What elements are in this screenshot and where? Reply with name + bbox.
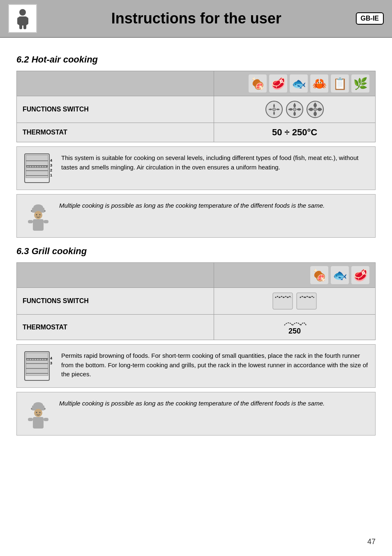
grill-functions-icons-cell — [214, 288, 376, 315]
header-logo — [8, 4, 37, 33]
food-icon-3: 🐟 — [290, 74, 308, 93]
svg-rect-67 — [28, 418, 33, 421]
page-header: Instructions for the user GB-IE — [0, 0, 392, 38]
svg-point-65 — [34, 409, 42, 417]
svg-point-64 — [33, 402, 43, 409]
hot-air-info-text: This system is suitable for cooking on s… — [61, 152, 369, 172]
food-icon-4: 🦀 — [310, 74, 328, 93]
svg-point-8 — [273, 108, 275, 111]
page-title: Instructions for the user — [37, 10, 356, 27]
food-icon-2: 🥩 — [269, 74, 287, 93]
chef-illustration-2 — [23, 397, 53, 430]
oven-illustration-2: 4 3 — [23, 350, 55, 382]
svg-rect-5 — [23, 24, 26, 29]
svg-text:4: 4 — [50, 158, 52, 162]
food-icon-1: 🍖 — [249, 74, 267, 93]
grill-note-box: Multiple cooking is possible as long as … — [16, 392, 376, 436]
main-content: 6.2 Hot-air cooking 🍖 🥩 🐟 🦀 📋 🌿 FUNCTION… — [0, 38, 392, 448]
functions-switch-icons — [220, 100, 369, 118]
locale-badge: GB-IE — [356, 12, 384, 25]
section-grill-heading: 6.3 Grill cooking — [16, 246, 376, 257]
grill-functions-row: FUNCTIONS SWITCH — [17, 288, 376, 315]
svg-rect-2 — [17, 17, 21, 25]
svg-text:3: 3 — [50, 163, 52, 167]
svg-text:4: 4 — [50, 356, 52, 360]
hot-air-note-box: Multiple cooking is possible as long as … — [16, 194, 376, 238]
hot-air-food-icons: 🍖 🥩 🐟 🦀 📋 🌿 — [220, 74, 369, 93]
section-hot-air-heading: 6.2 Hot-air cooking — [16, 54, 376, 65]
food-icon-5: 📋 — [331, 74, 349, 93]
svg-rect-40 — [44, 220, 48, 223]
grill-info-box: 4 3 Permits rapid browning of foods. For… — [16, 344, 376, 388]
svg-rect-66 — [33, 417, 44, 429]
oven-illustration-1: 4 3 2 1 — [23, 152, 55, 185]
grill-thermo-arc — [282, 319, 307, 327]
grill-note-text: Multiple cooking is possible as long as … — [59, 397, 325, 408]
hot-air-thermostat-row: THERMOSTAT 50 ÷ 250°C — [17, 123, 376, 142]
grill-func-icon-1 — [272, 292, 293, 310]
grill-function-icons — [220, 292, 369, 310]
grill-thermostat-row: THERMOSTAT 250 — [17, 315, 376, 340]
svg-text:2: 2 — [50, 168, 52, 172]
grill-food-icon-3: 🥩 — [351, 266, 369, 284]
svg-point-42 — [39, 214, 40, 215]
svg-point-70 — [39, 412, 40, 413]
grill-food-icon-1: 🍖 — [310, 266, 328, 284]
svg-rect-68 — [44, 418, 48, 421]
svg-rect-46 — [26, 353, 48, 375]
svg-point-41 — [36, 214, 37, 215]
svg-text:1: 1 — [50, 173, 52, 177]
hot-air-table: 🍖 🥩 🐟 🦀 📋 🌿 FUNCTIONS SWITCH — [16, 71, 376, 142]
svg-point-36 — [33, 204, 43, 211]
svg-rect-39 — [28, 220, 33, 223]
svg-rect-38 — [33, 219, 44, 231]
fan-icon-2 — [286, 100, 304, 118]
svg-point-37 — [34, 211, 42, 219]
functions-switch-label: FUNCTIONS SWITCH — [17, 96, 214, 123]
hot-air-food-icons-row: 🍖 🥩 🐟 🦀 📋 🌿 — [17, 71, 376, 96]
svg-point-69 — [36, 412, 37, 413]
svg-rect-43 — [273, 293, 293, 309]
page-number: 47 — [367, 537, 376, 546]
svg-point-14 — [314, 108, 316, 111]
svg-text:3: 3 — [50, 361, 52, 365]
thermostat-value-hot: 50 ÷ 250°C — [214, 123, 376, 142]
svg-rect-4 — [19, 24, 22, 29]
grill-table: 🍖 🐟 🥩 FUNCTIONS SWITCH — [16, 262, 376, 340]
fan-icon-3 — [306, 100, 324, 118]
grill-functions-switch-label: FUNCTIONS SWITCH — [17, 288, 214, 315]
grill-food-icons-row: 🍖 🐟 🥩 — [17, 263, 376, 288]
svg-rect-3 — [25, 17, 28, 25]
grill-func-icon-2 — [296, 292, 317, 310]
svg-point-0 — [19, 9, 26, 16]
thermostat-label-grill: THERMOSTAT — [17, 315, 214, 340]
grill-food-icon-2: 🐟 — [331, 266, 349, 284]
functions-switch-icons-cell — [214, 96, 376, 123]
hot-air-functions-row: FUNCTIONS SWITCH — [17, 96, 376, 123]
hot-air-info-box: 4 3 2 1 This system is suitable for cook… — [16, 146, 376, 190]
hot-air-note-text: Multiple cooking is possible as long as … — [59, 199, 325, 211]
grill-food-icons: 🍖 🐟 🥩 — [220, 266, 369, 284]
grill-info-text: Permits rapid browning of foods. For sho… — [61, 350, 369, 379]
thermostat-label-hot: THERMOSTAT — [17, 123, 214, 142]
thermostat-value-grill-cell: 250 — [214, 315, 376, 340]
fan-icon-1 — [265, 100, 283, 118]
food-icon-6: 🌿 — [351, 74, 369, 93]
svg-rect-44 — [297, 293, 316, 309]
grill-thermostat-display: 250 — [220, 319, 369, 336]
svg-point-11 — [293, 108, 296, 111]
chef-illustration-1 — [23, 199, 53, 232]
